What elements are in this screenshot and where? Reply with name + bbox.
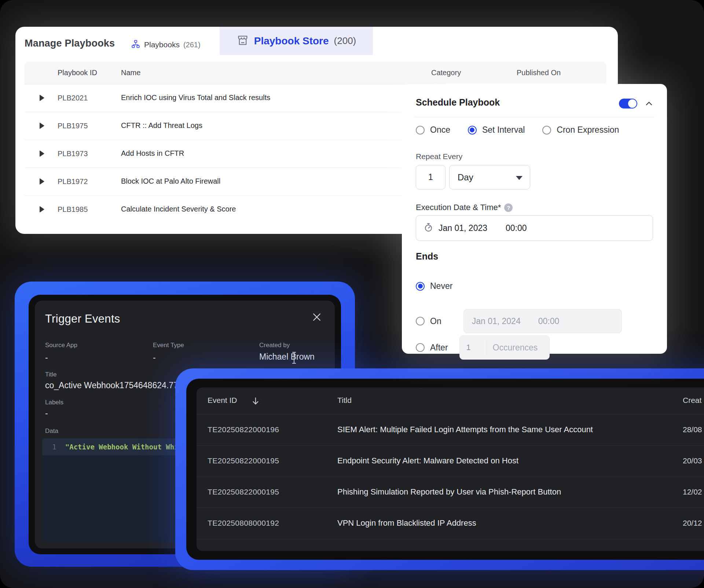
help-icon[interactable]: ? xyxy=(504,203,513,212)
event-table-frame: Event ID Titld Creat TE20250822000196 SI… xyxy=(175,368,704,570)
labels-label: Labels xyxy=(45,399,63,406)
radio-circle-selected xyxy=(416,282,425,291)
expand-row-icon[interactable] xyxy=(40,206,44,213)
event-title: VPN Login from Blacklisted IP Address xyxy=(337,518,476,528)
table-row[interactable]: TE20250822000195 Endpoint Security Alert… xyxy=(197,446,704,477)
page-title: Manage Playbooks xyxy=(25,38,115,49)
repeat-every-label: Repeat Every xyxy=(416,152,462,161)
ends-on-date-value: Jan 01, 2024 xyxy=(472,316,521,326)
event-id: TE20250808000192 xyxy=(208,519,279,528)
ends-after-occurrences-input[interactable]: 1 Occurences xyxy=(459,335,550,360)
store-icon xyxy=(236,34,249,48)
event-title: Endpoint Security Alert: Malware Detecte… xyxy=(337,456,518,466)
radio-once[interactable]: Once xyxy=(416,125,450,135)
event-title: SIEM Alert: Multiple Failed Login Attemp… xyxy=(337,425,593,434)
sort-desc-icon[interactable] xyxy=(251,396,260,408)
execution-time-value: 00:00 xyxy=(506,223,527,233)
ends-on-datetime-input[interactable]: Jan 01, 2024 00:00 xyxy=(463,309,622,333)
event-table-backdrop: Event ID Titld Creat TE20250822000196 SI… xyxy=(186,379,704,560)
sitemap-icon xyxy=(131,39,140,50)
radio-circle xyxy=(416,317,425,326)
playbooks-table-header: Playbook ID Name Category Published On xyxy=(25,62,606,84)
execution-datetime-input[interactable]: Jan 01, 2023 00:00 xyxy=(416,215,653,241)
expand-row-icon[interactable] xyxy=(40,150,44,157)
event-id: TE20250822000195 xyxy=(208,488,279,496)
radio-circle xyxy=(416,126,425,135)
title-label: Title xyxy=(45,371,57,378)
schedule-enabled-toggle[interactable] xyxy=(619,99,637,109)
col-published-on: Published On xyxy=(517,69,561,77)
event-id: TE20250822000195 xyxy=(208,456,279,465)
col-event-title[interactable]: Titld xyxy=(337,396,352,405)
repeat-unit-value: Day xyxy=(458,172,473,183)
event-date: 12/02 xyxy=(683,488,702,496)
radio-circle-selected xyxy=(468,126,477,135)
created-by-value: Michael Brown xyxy=(259,352,315,362)
tab-playbooks[interactable]: Playbooks (261) xyxy=(131,36,201,53)
playbook-id: PLB1975 xyxy=(58,122,88,130)
close-icon[interactable] xyxy=(311,312,322,323)
data-label: Data xyxy=(45,427,58,435)
source-app-label: Source App xyxy=(45,342,77,349)
event-table-header: Event ID Titld Creat xyxy=(197,387,704,415)
event-id: TE20250822000196 xyxy=(208,425,279,434)
table-row[interactable]: TE20250822000195 Phishing Simulation Rep… xyxy=(197,477,704,508)
playbook-name: Block IOC at Palo Alto Firewall xyxy=(121,177,220,185)
text-cursor xyxy=(294,352,294,364)
ends-after-placeholder: Occurences xyxy=(487,343,538,353)
radio-set-interval[interactable]: Set Interval xyxy=(468,125,525,135)
event-type-label: Event Type xyxy=(153,342,184,349)
col-category: Category xyxy=(431,69,461,77)
execution-datetime-label: Execution Date & Time* ? xyxy=(416,203,513,212)
radio-circle xyxy=(542,126,551,135)
table-row[interactable]: TE20250822000196 SIEM Alert: Multiple Fa… xyxy=(197,415,704,446)
execution-label-text: Execution Date & Time* xyxy=(416,203,501,212)
playbook-name: Add Hosts in CFTR xyxy=(121,149,184,158)
expand-row-icon[interactable] xyxy=(40,178,44,185)
event-table-panel: Event ID Titld Creat TE20250822000196 SI… xyxy=(197,387,704,551)
tab-playbook-store[interactable]: Playbook Store (200) xyxy=(220,27,373,55)
chevron-up-icon[interactable] xyxy=(645,99,653,110)
col-name: Name xyxy=(121,69,140,77)
toggle-knob xyxy=(627,99,637,109)
col-playbook-id: Playbook ID xyxy=(58,69,97,77)
radio-ends-on[interactable]: On xyxy=(416,316,441,326)
radio-cron-expression[interactable]: Cron Expression xyxy=(542,125,619,135)
ends-on-time-value: 00:00 xyxy=(538,316,560,326)
created-by-label: Created by xyxy=(259,342,290,349)
tab-store-count: (200) xyxy=(334,35,356,47)
tab-playbooks-count: (261) xyxy=(183,41,201,49)
playbook-id: PLB2021 xyxy=(58,94,88,102)
trigger-events-title: Trigger Events xyxy=(45,312,120,326)
radio-once-label: Once xyxy=(430,125,450,135)
event-date: 20/03 xyxy=(683,456,702,465)
event-date: 20/12 xyxy=(683,519,702,528)
table-row[interactable]: TE20250808000192 VPN Login from Blacklis… xyxy=(197,508,704,539)
col-event-created[interactable]: Creat xyxy=(683,396,701,405)
radio-ends-never[interactable]: Never xyxy=(416,281,452,291)
repeat-count-input[interactable]: 1 xyxy=(416,165,445,190)
ends-on-label: On xyxy=(430,316,441,326)
playbook-name: Calculate Incident Severity & Score xyxy=(121,205,236,213)
expand-row-icon[interactable] xyxy=(40,122,44,129)
ends-after-label: After xyxy=(430,343,448,353)
divider xyxy=(414,117,654,117)
labels-value: - xyxy=(45,408,48,418)
playbook-id: PLB1973 xyxy=(58,150,88,158)
radio-ends-on-row: On Jan 01, 2024 00:00 xyxy=(416,309,622,333)
ends-never-label: Never xyxy=(430,281,452,291)
schedule-title: Schedule Playbook xyxy=(416,97,500,108)
radio-ends-after[interactable]: After xyxy=(416,343,448,353)
schedule-playbook-panel: Schedule Playbook Once Set Interval Cron… xyxy=(402,84,667,354)
event-type-value: - xyxy=(153,353,156,363)
line-number: 1 xyxy=(42,443,56,451)
caret-down-icon xyxy=(516,176,522,180)
tab-store-label: Playbook Store xyxy=(254,35,329,47)
col-event-id[interactable]: Event ID xyxy=(208,396,237,405)
repeat-unit-select[interactable]: Day xyxy=(449,165,530,190)
radio-cron-label: Cron Expression xyxy=(557,125,619,135)
radio-ends-after-row: After 1 Occurences xyxy=(416,335,550,360)
ends-label: Ends xyxy=(416,251,438,262)
expand-row-icon[interactable] xyxy=(40,95,44,101)
radio-circle xyxy=(416,343,425,352)
